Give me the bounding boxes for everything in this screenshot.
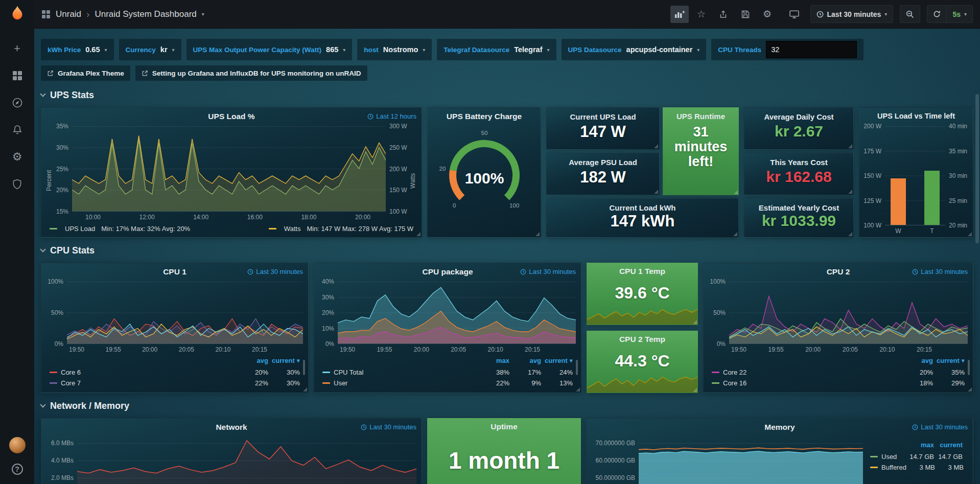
panel-resize-handle[interactable]	[968, 387, 972, 391]
stat-value: 31 minutes left!	[663, 125, 739, 169]
legend-column-current[interactable]: current ▾	[268, 357, 300, 367]
panel-resize-handle[interactable]	[968, 232, 972, 236]
panel-resize-handle[interactable]	[734, 190, 738, 194]
legend-column-current[interactable]: current	[934, 441, 963, 451]
section-header-ups-stats[interactable]: UPS Stats	[41, 90, 973, 101]
panel-resize-handle[interactable]	[303, 387, 307, 391]
panel-resize-handle[interactable]	[848, 190, 852, 194]
panel-resize-handle[interactable]	[848, 232, 852, 236]
panel-title[interactable]: Current UPS Load	[570, 112, 636, 121]
panel-title[interactable]: CPU 1 Temp	[587, 267, 698, 276]
variable-ups-max-output-power-capacity-watt[interactable]: UPS Max Output Power Capacity (Watt)865▾	[186, 39, 353, 60]
variable-value: kr	[160, 45, 168, 54]
panel-resize-handle[interactable]	[576, 387, 580, 391]
panel-title[interactable]: UPS Battery Charge	[428, 112, 541, 121]
dashboard-settings-button[interactable]: ⚙	[758, 6, 777, 23]
server-admin-shield-icon[interactable]	[11, 177, 24, 191]
panel-title[interactable]: UPS Runtime	[676, 112, 725, 121]
panel-resize-handle[interactable]	[654, 144, 658, 148]
chevron-down-icon: ▾	[105, 47, 107, 53]
variable-host[interactable]: hostNostromo▾	[357, 39, 432, 60]
variable-ups-datasource[interactable]: UPS Datasourceapcupsd-container▾	[562, 39, 707, 60]
y-axis-right: 300 W250 W200 W150 W100 W	[386, 126, 409, 212]
panel-resize-handle[interactable]	[733, 232, 737, 236]
panel-network: Network Last 30 minutes 6.0 MBs4.0 MBs2.…	[41, 418, 422, 484]
legend-scrollbar[interactable]	[576, 360, 578, 375]
refresh-dashboard-button[interactable]	[927, 6, 947, 22]
variable-telegraf-datasource[interactable]: Telegraf DatasourceTelegraf▾	[437, 39, 556, 60]
panel-resize-handle[interactable]	[654, 190, 658, 194]
panel-title[interactable]: This Years Cost	[770, 158, 827, 167]
alerting-bell-icon[interactable]	[11, 123, 24, 136]
variable-value: 865	[326, 45, 338, 54]
user-avatar[interactable]	[9, 437, 26, 453]
panel-title[interactable]: Estimated Yearly Cost	[759, 203, 839, 212]
panel-title[interactable]: Current Load kWh	[610, 203, 676, 212]
panel-resize-handle[interactable]	[535, 232, 540, 236]
configuration-gear-icon[interactable]: ⚙	[11, 150, 24, 164]
legend-column-max[interactable]: max	[905, 441, 934, 451]
legend-column-current[interactable]: current ▾	[541, 357, 573, 367]
dashboards-grid-icon[interactable]	[11, 69, 24, 82]
variable-cpu-threads[interactable]: CPU Threads	[711, 39, 864, 60]
breadcrumb-folder[interactable]: Unraid	[56, 9, 81, 19]
time-range-picker[interactable]: Last 30 minutes ▾	[811, 6, 893, 22]
legend-row-core-22[interactable]: Core 2220%35%	[712, 367, 965, 378]
create-plus-icon[interactable]: +	[11, 42, 24, 55]
axis-tick: 20:05	[843, 346, 858, 356]
legend-column-max[interactable]: max	[478, 357, 509, 367]
panel-title[interactable]: Average Daily Cost	[764, 112, 833, 121]
panel-memory: Memory Last 30 minutes 70.000000 GB60.00…	[586, 418, 973, 484]
breadcrumb-dashboard-title[interactable]: Unraid System Dashboard	[95, 9, 196, 19]
legend-row-used[interactable]: Used14.7 GB14.7 GB	[870, 451, 963, 462]
legend-column-current[interactable]: current ▾	[933, 357, 965, 367]
legend-item-ups-load[interactable]: UPS Load Min: 17% Max: 32% Avg: 20%	[50, 225, 190, 233]
panel-resize-handle[interactable]	[693, 320, 697, 324]
legend-column-avg[interactable]: avg	[237, 357, 268, 367]
clock-icon	[361, 424, 367, 430]
star-dashboard-button[interactable]: ☆	[692, 6, 711, 23]
section-header-cpu-stats[interactable]: CPU Stats	[41, 245, 973, 256]
chevron-down-icon	[40, 246, 45, 252]
save-dashboard-button[interactable]	[736, 6, 755, 23]
panel-title[interactable]: UPS Load vs Time left	[859, 112, 973, 120]
page-scrollbar[interactable]	[975, 94, 979, 243]
panel-resize-handle[interactable]	[416, 232, 421, 236]
refresh-interval-picker[interactable]: 5s ▾	[947, 6, 972, 22]
legend-column-avg[interactable]: avg	[509, 357, 541, 367]
y-axis-left: 35%30%25%20%15%	[53, 126, 72, 212]
cycle-view-mode-button[interactable]	[785, 6, 804, 23]
panel-title[interactable]: CPU 2 Temp	[587, 335, 698, 344]
help-icon[interactable]: ?	[12, 464, 23, 475]
panel-title[interactable]: Average PSU Load	[569, 158, 637, 167]
legend-row-core-16[interactable]: Core 1618%29%	[712, 378, 965, 388]
legend-scrollbar[interactable]	[968, 360, 970, 375]
panel-resize-handle[interactable]	[693, 388, 697, 392]
legend-row-buffered[interactable]: Buffered3 MB3 MB	[870, 462, 963, 473]
panel-title[interactable]: Uptime	[427, 422, 581, 431]
legend-scrollbar[interactable]	[303, 360, 305, 375]
add-panel-button[interactable]	[670, 6, 689, 23]
legend-row-core-6[interactable]: Core 620%30%	[50, 367, 300, 378]
share-dashboard-button[interactable]	[714, 6, 733, 23]
legend-column-avg[interactable]: avg	[901, 357, 933, 367]
chevron-down-icon: ▾	[697, 47, 699, 53]
panel-title[interactable]: UPS Load %	[41, 112, 422, 121]
variable-kwh-price[interactable]: kWh Price0.65▾	[41, 39, 114, 60]
legend-row-user[interactable]: User22%9%13%	[322, 378, 573, 388]
variable-currency[interactable]: Currencykr▾	[119, 39, 181, 60]
panel-this-years-cost: This Years Cost kr 162.68	[744, 153, 854, 195]
section-header-network-memory[interactable]: Network / Memory	[41, 401, 973, 411]
panel-resize-handle[interactable]	[848, 144, 852, 148]
axis-tick: 20:10	[215, 346, 230, 356]
legend-row-cpu-total[interactable]: CPU Total38%17%24%	[322, 367, 573, 378]
dashboard-link-setting-up-grafana-and-influxdb-for-ups-[interactable]: Setting up Grafana and InfluxDB for UPS …	[135, 65, 367, 81]
legend-row-core-7[interactable]: Core 722%30%	[50, 378, 300, 388]
legend-item-watts[interactable]: Watts Min: 147 W Max: 278 W Avg: 175 W	[269, 225, 413, 233]
explore-compass-icon[interactable]	[11, 96, 24, 109]
zoom-out-time-button[interactable]	[900, 6, 920, 22]
dashboard-link-grafana-plex-theme[interactable]: Grafana Plex Theme	[41, 65, 130, 81]
grafana-logo[interactable]	[0, 0, 34, 29]
variable-input[interactable]	[766, 41, 857, 58]
breadcrumb-separator-icon: ›	[86, 9, 89, 20]
